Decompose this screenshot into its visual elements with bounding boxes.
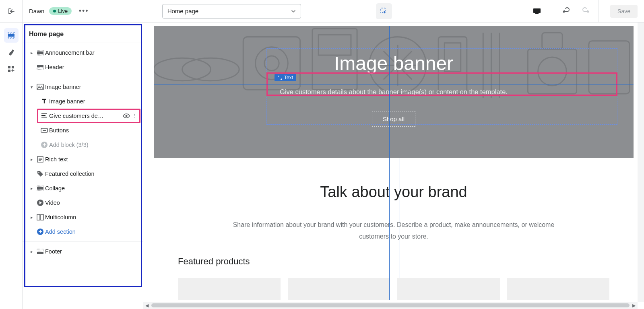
expand-icon	[278, 76, 282, 80]
product-card-placeholder[interactable]	[288, 278, 390, 300]
row-label: Image banner	[45, 84, 139, 90]
add-block-button[interactable]: Add block (3/3)	[23, 138, 143, 152]
topbar-divider	[599, 0, 599, 23]
section-footer[interactable]: ▸ Footer	[23, 244, 143, 259]
row-label: Add block (3/3)	[49, 142, 139, 148]
brand-body[interactable]: Share information about your brand with …	[221, 219, 567, 243]
svg-rect-1	[533, 8, 541, 13]
section-announcement-bar[interactable]: ▸ Announcement bar	[23, 45, 143, 60]
plus-circle-icon	[39, 141, 49, 148]
svg-rect-23	[37, 186, 43, 187]
section-outline-icon	[35, 50, 45, 56]
viewport-desktop-button[interactable]	[529, 3, 545, 19]
button-icon	[39, 128, 49, 133]
header-section-icon	[35, 64, 45, 70]
theme-name: Dawn	[23, 8, 49, 14]
undo-button[interactable]	[558, 3, 574, 19]
tree-separator	[23, 77, 143, 77]
left-icon-rail	[0, 23, 23, 309]
product-card-placeholder[interactable]	[507, 278, 610, 300]
section-multicolumn[interactable]: ▸ Multicolumn	[23, 210, 143, 225]
svg-rect-11	[37, 54, 43, 55]
vertical-scrollbar[interactable]	[638, 23, 644, 302]
featured-grid	[178, 278, 609, 300]
svg-rect-9	[37, 52, 43, 54]
inspector-tool-button[interactable]	[376, 3, 392, 19]
drag-handle[interactable]: ⋮⋮	[132, 113, 139, 119]
svg-rect-30	[37, 249, 43, 251]
svg-rect-14	[37, 84, 43, 90]
svg-rect-13	[37, 68, 43, 70]
banner-shop-button[interactable]: Shop all	[372, 111, 415, 127]
sections-sidebar: Home page ▸ Announcement bar Header ▾	[23, 23, 143, 309]
alignment-guide-vertical	[389, 26, 390, 300]
exit-icon	[7, 7, 15, 15]
block-text[interactable]: Give customers de… ⋮⋮	[23, 109, 143, 123]
banner-subtitle[interactable]: Give customers details about the banner …	[280, 88, 508, 96]
footer-section-icon	[35, 249, 45, 254]
preview-image-banner[interactable]: Image banner Text Give customers details…	[154, 26, 634, 158]
more-actions-button[interactable]: •••	[77, 5, 90, 18]
banner-heading[interactable]: Image banner	[334, 52, 453, 74]
preview-frame[interactable]: Image banner Text Give customers details…	[154, 26, 634, 300]
scroll-left-arrow[interactable]: ◀	[143, 303, 151, 308]
section-video[interactable]: Video	[23, 196, 143, 210]
text-lines-icon	[39, 113, 49, 119]
tree-separator	[23, 241, 143, 242]
block-heading[interactable]: Image banner	[23, 94, 143, 109]
caret-right-icon: ▸	[28, 157, 35, 162]
page-selector-dropdown[interactable]: Home page	[162, 4, 301, 19]
row-label: Image banner	[49, 98, 139, 105]
theme-settings-button[interactable]	[4, 45, 19, 60]
brand-heading[interactable]: Talk about your brand	[178, 183, 609, 201]
preview-featured-collection[interactable]: Featured products	[154, 255, 634, 300]
top-bar: Dawn Live ••• Home page Save	[0, 0, 644, 23]
svg-rect-29	[37, 252, 43, 254]
row-label: Announcement bar	[45, 49, 139, 56]
product-card-placeholder[interactable]	[178, 278, 281, 300]
desktop-icon	[533, 8, 541, 15]
row-label: Add section	[45, 229, 139, 235]
product-card-placeholder[interactable]	[397, 278, 500, 300]
heading-t-icon	[39, 98, 49, 105]
svg-rect-27	[41, 214, 43, 220]
inspector-cursor-icon	[380, 7, 388, 15]
visibility-toggle[interactable]	[123, 113, 132, 119]
row-label: Collage	[45, 185, 139, 192]
app-embeds-button[interactable]	[4, 62, 19, 76]
svg-point-21	[38, 172, 39, 173]
featured-heading[interactable]: Featured products	[178, 256, 609, 267]
section-featured-collection[interactable]: Featured collection	[23, 167, 143, 181]
svg-rect-12	[37, 65, 43, 67]
scroll-right-arrow[interactable]: ▶	[630, 303, 638, 308]
svg-rect-6	[8, 66, 10, 68]
caret-right-icon: ▸	[28, 249, 35, 254]
columns-icon	[35, 214, 45, 220]
block-buttons[interactable]: Buttons	[23, 123, 143, 138]
section-image-banner[interactable]: ▾ Image banner	[23, 80, 143, 94]
save-button[interactable]: Save	[610, 5, 638, 18]
scrollbar-thumb[interactable]	[151, 303, 630, 307]
live-status-badge: Live	[49, 7, 72, 15]
undo-icon	[562, 7, 570, 15]
section-header[interactable]: Header	[23, 60, 143, 74]
caret-down-icon: ▾	[28, 84, 35, 90]
play-circle-icon	[35, 199, 45, 206]
tag-icon	[35, 170, 45, 177]
redo-button[interactable]	[578, 3, 594, 19]
caret-right-icon: ▸	[28, 50, 35, 56]
add-section-button[interactable]: Add section	[23, 225, 143, 239]
live-status-label: Live	[58, 8, 68, 14]
sections-panel-button[interactable]	[4, 28, 19, 43]
svg-rect-2	[535, 13, 539, 14]
section-collage[interactable]: ▸ Collage	[23, 181, 143, 196]
preview-rich-text[interactable]: Talk about your brand Share information …	[154, 158, 634, 255]
svg-rect-5	[8, 37, 14, 39]
row-label: Featured collection	[45, 171, 139, 177]
row-label: Footer	[45, 248, 139, 255]
svg-point-16	[126, 115, 128, 117]
svg-rect-7	[12, 66, 14, 68]
section-rich-text[interactable]: ▸ Rich text	[23, 152, 143, 167]
horizontal-scrollbar[interactable]: ◀ ▶	[143, 302, 638, 309]
exit-editor-button[interactable]	[0, 0, 23, 23]
